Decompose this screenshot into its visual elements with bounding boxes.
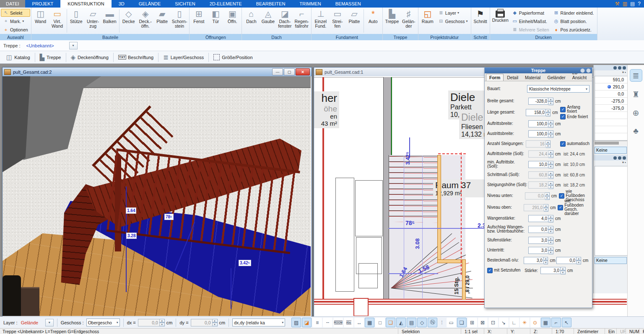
ribbon-button-gelän-der[interactable]: ♯Gelän- der (400, 8, 417, 34)
filter-input2[interactable]: Keine (595, 257, 627, 264)
spinner-down-icon[interactable]: ▼ (548, 154, 553, 158)
spinner-up-icon[interactable]: ▲ (548, 161, 553, 165)
roof-display-icon[interactable]: ◭ (396, 318, 406, 327)
line-thickness-icon[interactable]: ≡ (312, 318, 322, 327)
table-row[interactable]: 291,0 (595, 83, 627, 91)
ribbon-button-geschoss[interactable]: ⊟Geschoss▾ (436, 17, 470, 25)
input-anzahl-steigungen[interactable] (526, 140, 546, 148)
tab-gelände[interactable]: GELÄNDE (132, 0, 168, 8)
resize-icon[interactable]: ↘ (499, 318, 509, 327)
table-row[interactable] (595, 126, 627, 133)
ribbon-button-stütze[interactable]: ▯Stütze (68, 8, 85, 34)
polygon-input-icon[interactable]: ⌐ (551, 318, 561, 327)
ribbon-button-fenst[interactable]: ⊞Fenst (190, 8, 207, 34)
print-preview-icon[interactable]: ▤ (630, 1, 635, 6)
toolbutton-treppe[interactable]: ▙Treppe (36, 52, 65, 62)
restore-button[interactable]: ▢ (284, 68, 295, 75)
spinner[interactable]: ▲▼ (546, 140, 551, 148)
hatch-display-icon[interactable]: ▨ (291, 318, 301, 327)
dx-input[interactable] (138, 319, 160, 326)
line-style-icon[interactable]: ╌ (323, 318, 332, 327)
panel-mini-controls[interactable]: ▾ ▪ (594, 70, 628, 76)
tab-2d-elemente[interactable]: 2D-ELEMENTE (203, 0, 249, 8)
spinner-down-icon[interactable]: ▼ (546, 113, 551, 117)
ribbon-button-tür[interactable]: ◧Tür (207, 8, 224, 34)
panel-button-icon[interactable] (618, 156, 621, 160)
dialog-tab-geländer[interactable]: Geländer (544, 74, 569, 81)
tab-projekt[interactable]: PROJEKT (25, 0, 61, 8)
spinner-up-icon[interactable]: ▲ (544, 257, 548, 261)
panel-button-icon[interactable] (613, 156, 617, 160)
tab-datei[interactable]: DATEI (0, 0, 25, 8)
spinner-up-icon[interactable]: ▲ (548, 247, 553, 251)
construction-grid-icon[interactable]: ▦ (365, 318, 374, 327)
spinner[interactable]: ▲▼ (548, 181, 553, 189)
dialog-pin-button[interactable] (580, 68, 585, 73)
ribbon-button-dach[interactable]: ⌂Dach (243, 8, 260, 34)
furniture-catalog-icon[interactable]: ♜ (630, 88, 642, 100)
table-row[interactable] (595, 133, 627, 140)
ribbon-button-öffn[interactable]: ▣Öffn. (224, 8, 241, 34)
input-breite-gesamt[interactable] (528, 98, 548, 105)
text-display-icon[interactable]: Abc (344, 318, 353, 327)
panel-button-icon[interactable] (613, 66, 617, 70)
input-auftrittsbreite[interactable] (528, 120, 548, 127)
ribbon-button-dach-fenster[interactable]: ◪Dach- fenster (276, 8, 293, 34)
spinner-down-icon[interactable]: ▼ (548, 219, 553, 223)
input-länge-gesamt[interactable] (526, 109, 546, 116)
spinner[interactable]: ▲▼ (548, 226, 553, 233)
panel-button-icon[interactable] (623, 156, 626, 160)
spinner-down-icon[interactable]: ▼ (548, 134, 553, 138)
ribbon-button-mark[interactable]: ⌖Mark.▾ (1, 17, 30, 25)
panel-scrollbar[interactable] (594, 141, 628, 145)
checkbox-mit-setzstufen[interactable]: ✓mit Setzstufen (487, 268, 520, 273)
spinner-down-icon[interactable]: ▼ (548, 101, 553, 105)
spinner[interactable]: ▲▼ (548, 247, 553, 254)
spinner-down-icon[interactable]: ▼ (548, 251, 553, 254)
checkbox-anfang-fixiert[interactable]: ✓Anfang fixiert (560, 105, 589, 114)
spinner-up-icon[interactable]: ▲ (548, 120, 553, 124)
spinner-down-icon[interactable]: ▼ (545, 196, 550, 200)
input-stufenstärke[interactable] (528, 237, 548, 244)
close-button[interactable]: ✕ (296, 68, 310, 75)
toolbutton-beschriftung[interactable]: TXTBeschriftung (114, 52, 157, 62)
coordinate-mode-select[interactable]: dx,dy (relativ ka▾ (232, 318, 285, 326)
measure-icon[interactable]: ▭ (447, 318, 456, 327)
ribbon-button-platte[interactable]: ▰Platte (154, 8, 171, 34)
ribbon-button-unter-zug[interactable]: ▱Unter- zug (85, 8, 101, 34)
viewport-3d[interactable]: 1.6478⁵3.283.42⁵ (3, 76, 311, 316)
spinner-down-icon[interactable]: ▼ (544, 208, 548, 212)
corner-icon[interactable]: ∟ (509, 318, 519, 327)
dialog-close-button[interactable] (586, 68, 591, 73)
ribbon-button-balken[interactable]: ▬Balken (101, 8, 118, 34)
spinner-up-icon[interactable]: ▲ (548, 171, 553, 175)
ribbon-button-einzel-fund[interactable]: ⊥Einzel Fund. (312, 8, 329, 34)
input-austrittsbreite[interactable] (528, 130, 548, 137)
frame-display-icon[interactable]: □ (375, 318, 385, 327)
spinner[interactable]: ▲▼ (548, 161, 553, 168)
spinner-up-icon[interactable]: ▲ (545, 192, 550, 196)
minimize-button[interactable]: — (272, 68, 283, 75)
tab-3d[interactable]: 3D (112, 0, 132, 8)
table-row[interactable] (595, 112, 627, 119)
reference-point-icon[interactable]: ⊙ (530, 318, 540, 327)
spinner-up-icon[interactable]: ▲ (576, 257, 581, 261)
geschoss-select[interactable]: Obergescho▾ (86, 318, 120, 326)
ribbon-button-auto[interactable]: *Auto (365, 8, 382, 34)
skylight-icon[interactable]: ⊠ (478, 318, 488, 327)
spinner-down-icon[interactable]: ▼ (548, 124, 553, 128)
spinner-down-icon[interactable]: ▼ (548, 241, 553, 244)
toolbutton-größe-position[interactable]: Größe/Position (210, 52, 256, 62)
spinner-up-icon[interactable]: ▲ (548, 181, 553, 185)
table-row[interactable]: -375,0 (595, 105, 627, 112)
ribbon-button-pos-zurücksetz[interactable]: ♦Pos zurücksetz. (551, 26, 596, 34)
ribbon-button-platte[interactable]: ▱Platte (346, 8, 363, 34)
spinner[interactable]: ▲▼ (546, 109, 551, 116)
table-row[interactable]: 591,0 (595, 76, 627, 83)
dialog-tab-form[interactable]: Form (486, 74, 504, 81)
spinner[interactable]: ▲▼ (548, 171, 553, 179)
input-steigungshöhe-soll[interactable] (528, 181, 548, 189)
grid-toggle-icon[interactable]: ▦ (541, 318, 551, 327)
spinner-up-icon[interactable]: ▲ (548, 215, 553, 219)
frame-icon[interactable]: ⊡ (488, 318, 498, 327)
